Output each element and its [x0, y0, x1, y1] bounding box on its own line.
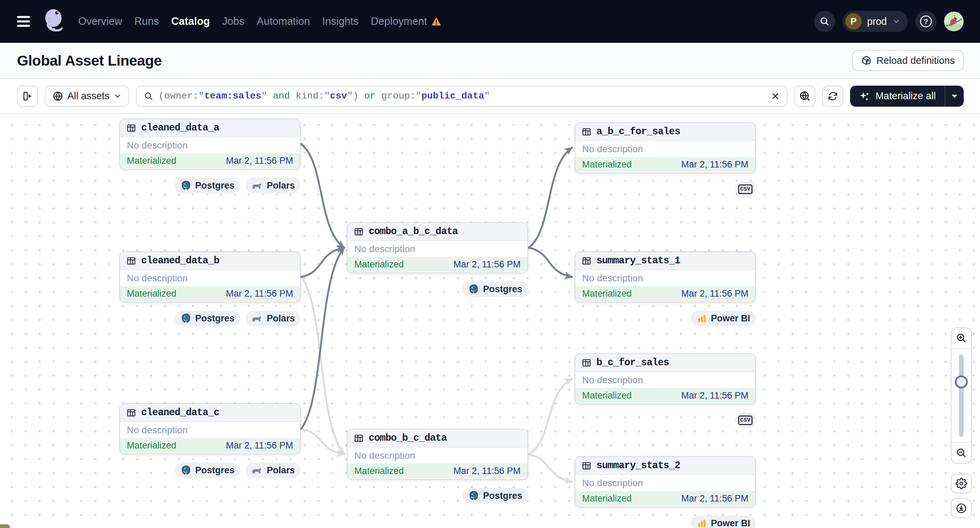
- zoom-slider[interactable]: [959, 354, 964, 437]
- asset-node-combo_a_b_c_data[interactable]: combo_a_b_c_dataNo descriptionMaterializ…: [347, 222, 528, 273]
- asset-tags: PostgresPolars: [175, 178, 301, 193]
- asset-scope-dropdown[interactable]: All assets: [45, 86, 129, 107]
- deployment-switcher[interactable]: P prod: [843, 11, 908, 32]
- lineage-scope-button[interactable]: [794, 86, 815, 107]
- asset-status-row[interactable]: MaterializedMar 2, 11:56 PM: [120, 286, 300, 301]
- asset-node-header[interactable]: combo_b_c_data: [347, 430, 527, 447]
- nav-links: OverviewRunsCatalogJobsAutomationInsight…: [78, 15, 441, 27]
- edge-cleaned_data_b-to-combo_b_c_data: [301, 277, 344, 454]
- asset-status: Materialized: [582, 159, 632, 170]
- graph-settings-button[interactable]: [951, 474, 972, 493]
- reload-definitions-button[interactable]: Reload definitions: [852, 50, 964, 71]
- asset-status-row[interactable]: MaterializedMar 2, 11:56 PM: [575, 286, 755, 301]
- nav-item-insights[interactable]: Insights: [322, 15, 359, 27]
- tag-postgres[interactable]: Postgres: [175, 311, 240, 326]
- tag-postgres[interactable]: Postgres: [463, 488, 528, 504]
- asset-node-header[interactable]: summary_stats_1: [575, 252, 755, 270]
- close-icon: [770, 91, 780, 101]
- tag-polars[interactable]: Polars: [245, 462, 301, 478]
- clear-search-button[interactable]: [770, 91, 780, 101]
- user-avatar[interactable]: [944, 11, 964, 31]
- nav-item-deployment[interactable]: Deployment: [371, 15, 441, 27]
- nav-item-overview[interactable]: Overview: [78, 15, 122, 27]
- asset-status-row[interactable]: MaterializedMar 2, 11:56 PM: [120, 438, 300, 453]
- reload-definitions-label: Reload definitions: [876, 55, 955, 66]
- asset-description: No description: [347, 447, 527, 463]
- tag-postgres[interactable]: Postgres: [175, 178, 240, 193]
- asset-status-row[interactable]: MaterializedMar 2, 11:56 PM: [575, 388, 755, 403]
- asset-status-row[interactable]: MaterializedMar 2, 11:56 PM: [347, 463, 527, 479]
- menu-icon[interactable]: [17, 16, 30, 27]
- filter-bar: All assets (owner:"team:sales" and kind:…: [0, 79, 980, 114]
- page-title: Global Asset Lineage: [17, 52, 162, 69]
- nav-item-automation[interactable]: Automation: [257, 15, 310, 27]
- search-button[interactable]: [814, 11, 835, 32]
- zoom-in-button[interactable]: [951, 328, 971, 349]
- nav-item-runs[interactable]: Runs: [134, 15, 159, 27]
- globe-add-icon: [799, 90, 811, 102]
- asset-status: Materialized: [582, 493, 632, 504]
- asset-node-header[interactable]: cleaned_data_c: [120, 404, 300, 422]
- refresh-button[interactable]: [822, 86, 843, 107]
- asset-node-header[interactable]: b_c_for_sales: [575, 354, 755, 372]
- asset-status-row[interactable]: MaterializedMar 2, 11:56 PM: [120, 153, 300, 168]
- asset-name: combo_b_c_data: [369, 433, 447, 444]
- materialize-options-button[interactable]: [945, 86, 964, 107]
- asset-timestamp: Mar 2, 11:56 PM: [453, 466, 520, 476]
- asset-node-summary_stats_1[interactable]: summary_stats_1No descriptionMaterialize…: [575, 251, 756, 303]
- top-nav: OverviewRunsCatalogJobsAutomationInsight…: [0, 0, 980, 43]
- nav-item-jobs[interactable]: Jobs: [222, 15, 244, 27]
- asset-name: combo_a_b_c_data: [369, 226, 458, 237]
- download-image-button[interactable]: [951, 498, 972, 518]
- asset-status: Materialized: [127, 289, 177, 299]
- asset-search-input[interactable]: (owner:"team:sales" and kind:"csv") or g…: [136, 86, 788, 107]
- toast-peek: [0, 524, 10, 528]
- asset-node-cleaned_data_c[interactable]: cleaned_data_cNo descriptionMaterialized…: [119, 403, 301, 454]
- asset-timestamp: Mar 2, 11:56 PM: [453, 259, 520, 270]
- powerbi-icon: [697, 518, 707, 528]
- asset-node-header[interactable]: summary_stats_2: [575, 457, 755, 475]
- dagster-logo-icon[interactable]: [42, 8, 67, 34]
- zoom-out-button[interactable]: [951, 442, 971, 463]
- tag-csv[interactable]: CSV: [735, 181, 756, 197]
- asset-node-header[interactable]: combo_a_b_c_data: [347, 223, 527, 241]
- asset-status-row[interactable]: MaterializedMar 2, 11:56 PM: [575, 157, 755, 172]
- zoom-slider-thumb[interactable]: [955, 376, 968, 388]
- asset-node-header[interactable]: a_b_c_for_sales: [575, 123, 755, 141]
- download-icon: [956, 503, 967, 514]
- asset-node-cleaned_data_a[interactable]: cleaned_data_aNo descriptionMaterialized…: [119, 119, 301, 170]
- help-button[interactable]: ?: [915, 11, 937, 32]
- lineage-canvas[interactable]: cleaned_data_aNo descriptionMaterialized…: [0, 114, 980, 528]
- table-icon: [126, 256, 136, 266]
- table-icon: [581, 256, 592, 266]
- asset-node-header[interactable]: cleaned_data_a: [120, 119, 300, 137]
- asset-node-combo_b_c_data[interactable]: combo_b_c_dataNo descriptionMaterialized…: [347, 429, 528, 480]
- asset-node-a_b_c_for_sales[interactable]: a_b_c_for_salesNo descriptionMaterialize…: [575, 122, 756, 173]
- asset-name: summary_stats_2: [597, 460, 680, 471]
- asset-tags: Postgres: [463, 488, 528, 504]
- tag-postgres[interactable]: Postgres: [463, 281, 528, 297]
- page-header: Global Asset Lineage Reload definitions: [0, 43, 980, 79]
- asset-timestamp: Mar 2, 11:56 PM: [226, 289, 293, 299]
- asset-tags: Postgres: [463, 281, 528, 297]
- asset-node-cleaned_data_b[interactable]: cleaned_data_bNo descriptionMaterialized…: [119, 251, 301, 303]
- materialize-all-button[interactable]: Materialize all: [850, 86, 945, 107]
- tag-polars[interactable]: Polars: [245, 178, 301, 193]
- asset-status-row[interactable]: MaterializedMar 2, 11:56 PM: [575, 491, 755, 506]
- open-panel-button[interactable]: [17, 86, 38, 107]
- tag-csv[interactable]: CSV: [735, 412, 756, 428]
- zoom-out-icon: [956, 447, 967, 459]
- asset-node-header[interactable]: cleaned_data_b: [120, 252, 300, 270]
- asset-node-summary_stats_2[interactable]: summary_stats_2No descriptionMaterialize…: [575, 456, 756, 507]
- table-icon: [354, 433, 364, 443]
- tag-postgres[interactable]: Postgres: [175, 462, 240, 478]
- nav-item-catalog[interactable]: Catalog: [171, 15, 210, 27]
- asset-status-row[interactable]: MaterializedMar 2, 11:56 PM: [347, 257, 527, 272]
- asset-description: No description: [575, 372, 755, 388]
- table-icon: [354, 227, 364, 237]
- tag-polars[interactable]: Polars: [245, 311, 301, 326]
- help-icon: ?: [918, 14, 934, 29]
- asset-node-b_c_for_sales[interactable]: b_c_for_salesNo descriptionMaterializedM…: [575, 354, 756, 404]
- tag-powerbi[interactable]: Power BI: [691, 311, 756, 326]
- tag-powerbi[interactable]: Power BI: [691, 515, 756, 528]
